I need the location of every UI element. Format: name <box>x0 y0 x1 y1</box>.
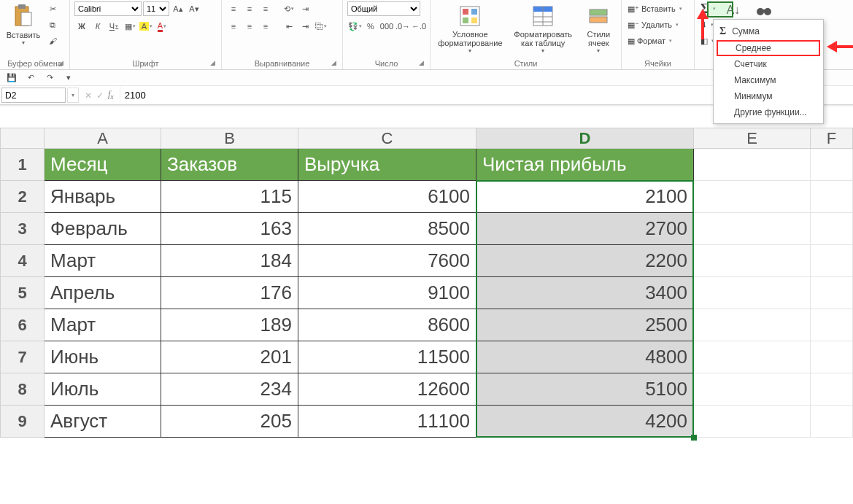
qat-customize-button[interactable]: ▾ <box>61 71 76 85</box>
cell-B2[interactable]: 115 <box>161 181 298 213</box>
row-header-4[interactable]: 4 <box>1 245 45 277</box>
cell-C4[interactable]: 7600 <box>298 245 476 277</box>
copy-button[interactable]: ⧉ <box>45 18 60 32</box>
orientation-button[interactable]: ⟲ <box>282 1 296 16</box>
cell-F2[interactable] <box>811 181 853 213</box>
cell-E1[interactable] <box>694 149 811 181</box>
cell-C6[interactable]: 8600 <box>298 309 476 341</box>
cancel-formula-button[interactable]: ✕ <box>85 90 92 101</box>
col-header-C[interactable]: C <box>298 128 476 149</box>
row-header-5[interactable]: 5 <box>1 277 45 309</box>
col-header-D[interactable]: D <box>476 128 694 149</box>
row-header-8[interactable]: 8 <box>1 373 45 406</box>
conditional-formatting-button[interactable]: Условное форматирование▾ <box>435 1 506 54</box>
enter-formula-button[interactable]: ✓ <box>96 90 104 101</box>
cell-C9[interactable]: 11100 <box>298 406 476 438</box>
font-size-select[interactable]: 11 <box>143 1 169 16</box>
cell-C1[interactable]: Выручка <box>298 149 476 181</box>
col-header-E[interactable]: E <box>694 128 811 149</box>
cell-A7[interactable]: Июнь <box>45 341 161 373</box>
clipboard-launcher[interactable]: ◢ <box>56 59 65 68</box>
cell-F4[interactable] <box>811 245 853 277</box>
cell-D8[interactable]: 5100 <box>476 373 694 406</box>
cell-D7[interactable]: 4800 <box>476 341 694 373</box>
menu-item-max[interactable]: Максимум <box>714 72 823 88</box>
menu-item-average[interactable]: Среднее <box>717 40 820 56</box>
cell-C3[interactable]: 8500 <box>298 213 476 245</box>
merge-button[interactable]: ⿻ <box>314 19 328 34</box>
number-launcher[interactable]: ◢ <box>417 59 425 68</box>
cell-A9[interactable]: Август <box>45 406 161 438</box>
cell-B8[interactable]: 234 <box>161 373 298 406</box>
cell-B5[interactable]: 176 <box>161 277 298 309</box>
border-button[interactable]: ▦ <box>123 19 137 34</box>
cell-D1[interactable]: Чистая прибыль <box>476 149 694 181</box>
align-bottom-button[interactable]: ≡ <box>258 1 273 16</box>
qat-redo-button[interactable]: ↷ <box>42 71 57 85</box>
font-launcher[interactable]: ◢ <box>208 59 217 68</box>
cell-styles-button[interactable]: Стили ячеек▾ <box>581 1 617 54</box>
cell-D3[interactable]: 2700 <box>476 213 694 245</box>
cell-E4[interactable] <box>694 245 811 277</box>
menu-item-sum[interactable]: Σ Сумма <box>714 23 823 40</box>
qat-undo-button[interactable]: ↶ <box>23 71 38 85</box>
align-center-button[interactable]: ≡ <box>242 19 257 34</box>
fill-color-button[interactable]: A <box>139 19 153 34</box>
cell-F3[interactable] <box>811 213 853 245</box>
row-header-3[interactable]: 3 <box>1 213 45 245</box>
cell-D5[interactable]: 3400 <box>476 277 694 309</box>
underline-button[interactable]: Ч <box>107 19 121 34</box>
menu-item-count[interactable]: Счетчик <box>714 56 823 72</box>
decrease-font-button[interactable]: A▾ <box>187 1 201 16</box>
align-left-button[interactable]: ≡ <box>226 19 241 34</box>
cell-C2[interactable]: 6100 <box>298 181 476 213</box>
percent-button[interactable]: % <box>363 19 378 34</box>
italic-button[interactable]: К <box>90 19 105 34</box>
delete-cells-button[interactable]: ▦⁻Удалить▾ <box>626 18 680 32</box>
cut-button[interactable]: ✂ <box>45 1 60 16</box>
cell-C5[interactable]: 9100 <box>298 277 476 309</box>
cell-B3[interactable]: 163 <box>161 213 298 245</box>
align-top-button[interactable]: ≡ <box>226 1 241 16</box>
cell-E5[interactable] <box>694 277 811 309</box>
cell-A2[interactable]: Январь <box>45 181 161 213</box>
align-right-button[interactable]: ≡ <box>258 19 273 34</box>
cell-B9[interactable]: 205 <box>161 406 298 438</box>
cell-F1[interactable] <box>811 149 853 181</box>
cell-B6[interactable]: 189 <box>161 309 298 341</box>
col-header-A[interactable]: A <box>45 128 161 149</box>
cell-A6[interactable]: Март <box>45 309 161 341</box>
cell-E8[interactable] <box>694 373 811 406</box>
cell-F6[interactable] <box>811 309 853 341</box>
cell-B4[interactable]: 184 <box>161 245 298 277</box>
increase-decimal-button[interactable]: .0→ <box>395 19 410 34</box>
cell-E6[interactable] <box>694 309 811 341</box>
format-cells-button[interactable]: ▦Формат▾ <box>626 34 673 48</box>
cell-E2[interactable] <box>694 181 811 213</box>
cell-A8[interactable]: Июль <box>45 373 161 406</box>
worksheet-grid[interactable]: A B C D E F 1 Месяц Заказов Выручка Чист… <box>0 128 853 438</box>
cell-A1[interactable]: Месяц <box>45 149 161 181</box>
cell-F5[interactable] <box>811 277 853 309</box>
col-header-F[interactable]: F <box>811 128 853 149</box>
cell-A5[interactable]: Апрель <box>45 277 161 309</box>
increase-font-button[interactable]: A▴ <box>171 1 185 16</box>
font-name-select[interactable]: Calibri <box>74 1 142 16</box>
find-select-button[interactable] <box>754 1 774 19</box>
cell-F7[interactable] <box>811 341 853 373</box>
qat-save-button[interactable]: 💾 <box>4 71 19 85</box>
cell-A4[interactable]: Март <box>45 245 161 277</box>
cell-F9[interactable] <box>811 406 853 438</box>
cell-C8[interactable]: 12600 <box>298 373 476 406</box>
menu-item-more-functions[interactable]: Другие функции... <box>714 104 823 120</box>
row-header-6[interactable]: 6 <box>1 309 45 341</box>
paste-button[interactable]: Вставить ▾ <box>4 1 42 54</box>
cell-B7[interactable]: 201 <box>161 341 298 373</box>
name-box-dropdown[interactable]: ▾ <box>67 88 79 103</box>
cell-D6[interactable]: 2500 <box>476 309 694 341</box>
accounting-format-button[interactable]: 💱 <box>347 19 362 34</box>
menu-item-min[interactable]: Минимум <box>714 88 823 104</box>
row-header-7[interactable]: 7 <box>1 341 45 373</box>
cell-D4[interactable]: 2200 <box>476 245 694 277</box>
cell-C7[interactable]: 11500 <box>298 341 476 373</box>
